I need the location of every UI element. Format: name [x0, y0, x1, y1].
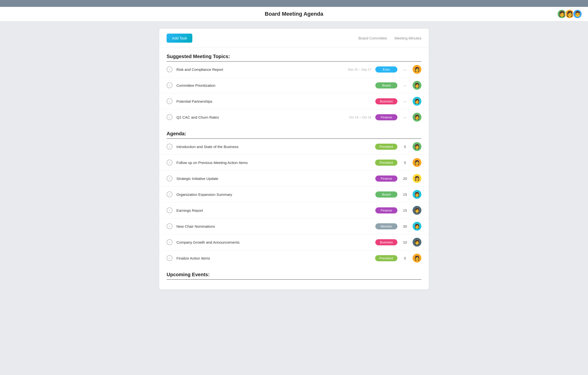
- item-minutes: 5: [401, 145, 409, 149]
- suggested-section-title: Suggested Meeting Topics:: [167, 54, 421, 59]
- tag-exec: Exec: [375, 66, 397, 73]
- item-label: Potential Partnerships: [176, 99, 333, 103]
- header-avatars: 👩 👩 👨: [557, 9, 582, 19]
- item-label: Company Growth and Announcements: [176, 240, 371, 244]
- check-icon: ✓: [167, 98, 172, 104]
- avatar: 👩: [413, 206, 421, 215]
- tag-board: Board: [375, 191, 397, 198]
- main-content: Add Task Board Committee Meeting Minutes…: [159, 29, 429, 289]
- meeting-minutes-link[interactable]: Meeting Minutes: [394, 36, 421, 40]
- check-icon: ✓: [167, 191, 172, 197]
- tag-finance: Finance: [375, 114, 397, 120]
- table-row: ✓ Finalize Action Items President 5 👩: [159, 250, 429, 266]
- item-minutes: —: [401, 99, 409, 103]
- item-date: Oct 14 – Oct 16: [337, 115, 371, 119]
- item-label: Follow up on Previous Meeting Action Ite…: [176, 161, 371, 165]
- table-row: ✓ Committee Prioritization Board — 👩: [159, 77, 429, 93]
- toolbar: Add Task Board Committee Meeting Minutes: [159, 29, 429, 48]
- item-minutes: —: [401, 115, 409, 119]
- table-row: ✓ Introduction and State of the Business…: [159, 139, 429, 155]
- item-minutes: 15: [401, 192, 409, 197]
- item-label: Q2 CAC and Churn Rates: [176, 115, 333, 119]
- item-label: Earnings Report: [176, 208, 371, 212]
- tag-president: President: [375, 144, 397, 150]
- table-row: ✓ Q2 CAC and Churn Rates Oct 14 – Oct 16…: [159, 109, 429, 125]
- tag-finance: Finance: [375, 207, 397, 213]
- avatar-3: 👨: [573, 9, 582, 19]
- tag-president: President: [375, 160, 397, 166]
- upcoming-section-title: Upcoming Events:: [167, 272, 421, 277]
- table-row: ✓ Earnings Report Finance 15 👩: [159, 202, 429, 218]
- tag-board: Board: [375, 82, 397, 88]
- item-minutes: —: [401, 83, 409, 88]
- table-row: ✓ Strategic Initiative Update Finance 20…: [159, 171, 429, 187]
- check-icon: ✓: [167, 66, 172, 72]
- item-label: Organization Expansion Summary: [176, 192, 371, 197]
- agenda-items: ✓ Introduction and State of the Business…: [159, 139, 429, 266]
- table-row: ✓ New Chair Nominations Member 30 👩: [159, 218, 429, 234]
- table-row: ✓ Risk and Compliance Report Sep 25 – Se…: [159, 62, 429, 77]
- avatar: 👩: [413, 222, 421, 231]
- check-icon: ✓: [167, 255, 172, 261]
- item-label: New Chair Nominations: [176, 224, 371, 228]
- avatar: 👩: [413, 254, 421, 262]
- page-title: Board Meeting Agenda: [265, 11, 323, 17]
- tag-member: Member: [375, 223, 397, 229]
- table-row: ✓ Potential Partnerships Business — 👩: [159, 93, 429, 109]
- item-date: Sep 25 – Sep 27: [337, 68, 371, 71]
- avatar: 👩: [413, 97, 421, 106]
- check-icon: ✓: [167, 144, 172, 150]
- check-icon: ✓: [167, 160, 172, 165]
- suggested-section: Suggested Meeting Topics:: [159, 48, 429, 62]
- item-label: Risk and Compliance Report: [176, 67, 333, 72]
- item-minutes: —: [401, 67, 409, 72]
- check-icon: ✓: [167, 114, 172, 120]
- top-bar: [0, 0, 588, 7]
- item-minutes: 10: [401, 240, 409, 244]
- avatar: 👩: [413, 174, 421, 183]
- table-row: ✓ Organization Expansion Summary Board 1…: [159, 187, 429, 202]
- check-icon: ✓: [167, 239, 172, 245]
- item-minutes: 20: [401, 176, 409, 181]
- item-minutes: 30: [401, 224, 409, 228]
- avatar: 👩: [413, 81, 421, 90]
- avatar: 👩: [413, 158, 421, 167]
- header: Board Meeting Agenda 👩 👩 👨: [0, 7, 588, 21]
- item-label: Finalize Action Items: [176, 256, 371, 260]
- item-label: Committee Prioritization: [176, 83, 333, 88]
- upcoming-section: Upcoming Events:: [159, 266, 429, 289]
- check-icon: ✓: [167, 207, 172, 213]
- avatar: 👩: [413, 238, 421, 247]
- item-label: Introduction and State of the Business: [176, 145, 371, 149]
- tag-business: Business: [375, 239, 397, 245]
- tag-president: President: [375, 255, 397, 261]
- check-icon: ✓: [167, 82, 172, 88]
- item-label: Strategic Initiative Update: [176, 176, 371, 181]
- tag-business: Business: [375, 98, 397, 104]
- board-committee-link[interactable]: Board Committee: [358, 36, 387, 40]
- tag-finance: Finance: [375, 175, 397, 182]
- add-task-button[interactable]: Add Task: [167, 34, 192, 43]
- toolbar-links: Board Committee Meeting Minutes: [358, 36, 421, 40]
- table-row: ✓ Follow up on Previous Meeting Action I…: [159, 155, 429, 171]
- item-minutes: 15: [401, 208, 409, 212]
- agenda-section-title: Agenda:: [167, 131, 421, 137]
- check-icon: ✓: [167, 175, 172, 181]
- avatar: 👩: [413, 113, 421, 122]
- suggested-items: ✓ Risk and Compliance Report Sep 25 – Se…: [159, 62, 429, 125]
- table-row: ✓ Company Growth and Announcements Busin…: [159, 234, 429, 250]
- item-minutes: 5: [401, 161, 409, 165]
- avatar: 👩: [413, 142, 421, 151]
- avatar: 👩: [413, 65, 421, 74]
- avatar: 👩: [413, 190, 421, 199]
- agenda-section: Agenda:: [159, 125, 429, 139]
- check-icon: ✓: [167, 223, 172, 229]
- item-minutes: 5: [401, 256, 409, 260]
